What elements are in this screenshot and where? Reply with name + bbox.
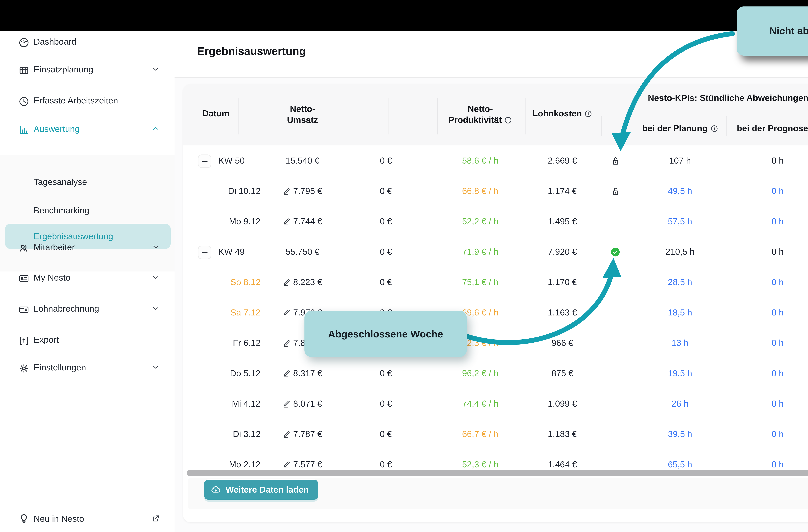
planning-icon [18, 65, 30, 76]
netto-umsatz-value[interactable]: 7.787 € [257, 419, 348, 449]
kpi-prognose-value[interactable]: 0 h [732, 297, 808, 328]
lohnkosten-value: 7.920 € [517, 237, 608, 267]
kpi-prognose-value[interactable]: 0 h [732, 358, 808, 388]
secondary-umsatz-value: 0 € [341, 267, 431, 297]
edit-pencil-icon [283, 430, 291, 438]
table-row-day: Di 10.127.795 €0 €66,8 € / h1.174 €49,5 … [188, 176, 808, 207]
kpi-prognose-value[interactable]: 0 h [732, 388, 808, 419]
sidebar-item-label: Dashboard [34, 37, 76, 47]
netto-produktivitaet-value: 71,9 € / h [435, 237, 526, 267]
sidebar-item-einstellungen[interactable]: Einstellungen [0, 363, 175, 391]
sidebar-item-dashboard[interactable]: Dashboard [0, 37, 175, 65]
idcard-icon [18, 273, 30, 285]
netto-umsatz-value[interactable]: 8.317 € [257, 358, 348, 388]
sidebar-item-label: Einsatzplanung [34, 65, 93, 74]
callout-completed-week: Abgeschlossene Woche [305, 311, 467, 357]
table-footer: Weitere Daten laden [188, 478, 808, 509]
header-separator [388, 98, 388, 134]
kpi-planung-value[interactable]: 19,5 h [635, 358, 725, 388]
day-date: Do 5.12 [196, 358, 260, 388]
lohnkosten-value: 1.174 € [517, 176, 608, 206]
kpi-planung-value[interactable]: 13 h [635, 328, 725, 358]
sidebar-item-label: Einstellungen [34, 391, 86, 401]
load-more-button[interactable]: Weitere Daten laden [204, 480, 318, 500]
sidebar: DashboardEinsatzplanungErfasste Arbeitsz… [0, 31, 175, 532]
sidebar-item-benchmarking[interactable]: Benchmarking [0, 198, 175, 223]
lohnkosten-value: 1.495 € [517, 206, 608, 237]
collapse-week-button[interactable] [198, 246, 212, 259]
clock-icon [18, 96, 30, 107]
secondary-umsatz-value: 0 € [341, 419, 431, 449]
unlock-icon [606, 176, 625, 206]
secondary-umsatz-value: 0 € [341, 176, 431, 206]
kpi-prognose-value[interactable]: 0 h [732, 267, 808, 297]
sidebar-item-auswertung[interactable]: Auswertung [0, 124, 175, 152]
chevron-down-icon [151, 363, 160, 372]
edit-pencil-icon [283, 369, 291, 378]
sidebar-item-lohnabrechnung[interactable]: Lohnabrechnung [0, 304, 175, 332]
sidebar-item-export[interactable]: Export [0, 335, 175, 363]
page-header: Ergebnisauswertung [175, 31, 808, 77]
sidebar-item-label: Ergebnisauswertung [34, 232, 113, 241]
kpi-prognose-value[interactable]: 0 h [732, 176, 808, 206]
export-icon [18, 335, 30, 347]
netto-umsatz-value[interactable]: 7.744 € [257, 206, 348, 237]
header-separator [601, 116, 602, 136]
lohnkosten-value: 1.099 € [517, 388, 608, 419]
sidebar-item-einsatzplanung[interactable]: Einsatzplanung [0, 65, 175, 93]
day-date: Mi 4.12 [196, 388, 260, 419]
lohnkosten-value: 1.163 € [517, 297, 608, 328]
netto-umsatz-value: 15.540 € [257, 145, 348, 176]
netto-umsatz-value[interactable]: 7.795 € [257, 176, 348, 206]
lohnkosten-value: 1.170 € [517, 267, 608, 297]
kpi-planung-value[interactable]: 28,5 h [635, 267, 725, 297]
callout-not-completed: Nicht abgeschlossen (Offene Tage/Wochen) [737, 6, 808, 56]
kpi-planung-value[interactable]: 49,5 h [635, 176, 725, 206]
sidebar-item-erfasste-arbeitszeiten[interactable]: Erfasste Arbeitszeiten [0, 96, 175, 124]
sidebar-item-tagesanalyse[interactable]: Tagesanalyse [0, 169, 175, 195]
sidebar-item-label: Neu in Nesto [34, 514, 84, 523]
table-row-day: So 8.128.223 €0 €75,1 € / h1.170 €28,5 h… [188, 267, 808, 298]
col-header-netto-produktivitaet: Netto- Produktivität [435, 104, 526, 125]
sidebar-item-my-nesto[interactable]: My Nesto [0, 273, 175, 301]
sidebar-item-neu-in-nesto[interactable]: Neu in Nesto [0, 504, 175, 532]
info-icon[interactable] [504, 116, 512, 124]
horizontal-scrollbar[interactable] [187, 470, 808, 476]
netto-umsatz-value[interactable]: 8.223 € [257, 267, 348, 297]
kpi-planung-value[interactable]: 39,5 h [635, 419, 725, 449]
table-row-day: Do 5.128.317 €0 €96,2 € / h875 €19,5 h0 … [188, 358, 808, 389]
collapse-week-button[interactable] [198, 154, 212, 168]
kpi-planung-value[interactable]: 18,5 h [635, 297, 725, 328]
edit-pencil-icon [283, 187, 291, 195]
kpi-planung-value[interactable]: 57,5 h [635, 206, 725, 237]
col-header-lohnkosten: Lohnkosten [517, 109, 608, 118]
col-header-datum: Datum [202, 109, 229, 118]
table-header: Datum Netto- Umsatz Netto- Produktivität… [183, 84, 808, 145]
netto-produktivitaet-value: 66,7 € / h [435, 419, 526, 449]
lohnkosten-value: 966 € [517, 328, 608, 358]
sidebar-item-label: Auswertung [34, 124, 80, 134]
unlock-icon [606, 145, 625, 176]
kpi-prognose-value[interactable]: 0 h [732, 206, 808, 237]
info-icon[interactable] [585, 110, 592, 117]
sidebar-item-mitarbeiter[interactable]: Mitarbeiter [0, 242, 175, 271]
chart-icon [18, 124, 30, 136]
sidebar-item-einstellungen[interactable]: Einstellungen [0, 391, 175, 420]
external-link-icon[interactable] [151, 514, 160, 523]
cloud-download-icon [211, 484, 221, 495]
info-icon[interactable] [710, 125, 718, 132]
kpi-planung-value[interactable]: 26 h [635, 388, 725, 419]
wallet-icon [18, 304, 30, 315]
table-row-day: Sa 7.127.973 €0 €69,6 € / h1.163 €18,5 h… [188, 297, 808, 328]
gear-icon [18, 363, 30, 374]
kpi-prognose-value[interactable]: 0 h [732, 419, 808, 449]
table-row-day: Fr 6.127.801 €0 €62,3 € / h966 €13 h0 h1… [188, 328, 808, 359]
kpi-planung-value: 210,5 h [635, 237, 725, 267]
header-separator [726, 116, 727, 136]
kpi-prognose-value[interactable]: 0 h [732, 328, 808, 358]
netto-umsatz-value[interactable]: 8.071 € [257, 388, 348, 419]
sidebar-item-label: Lohnabrechnung [34, 304, 99, 313]
table-row-day: Di 3.127.787 €0 €66,7 € / h1.183 €39,5 h… [188, 419, 808, 450]
chevron-down-icon [151, 273, 160, 282]
sidebar-item-label: Erfasste Arbeitszeiten [34, 96, 118, 105]
